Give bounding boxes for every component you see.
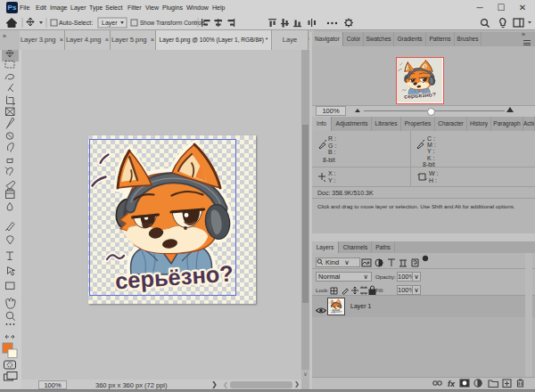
svg-text:fx: fx xyxy=(448,380,456,388)
